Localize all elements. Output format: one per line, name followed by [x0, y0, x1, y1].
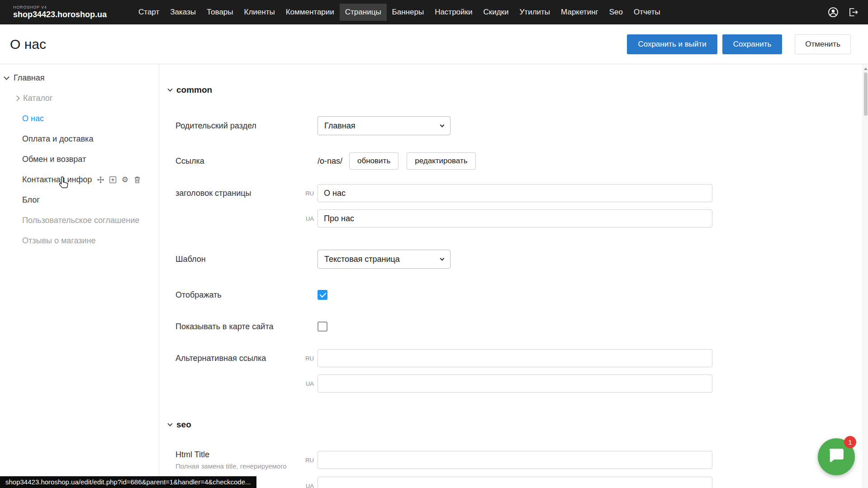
add-page-icon[interactable]: [109, 176, 117, 184]
field-parent-section: Родительский раздел Главная: [175, 116, 451, 135]
top-menu: Старт Заказы Товары Клиенты Комментарии …: [133, 4, 666, 21]
logout-icon[interactable]: [847, 6, 859, 18]
section-common[interactable]: common: [168, 84, 212, 96]
tree-item-actions: ⚙: [96, 176, 141, 184]
page-header: О нас Сохранить и выйти Сохранить Отмени…: [0, 24, 868, 64]
gear-icon[interactable]: ⚙: [121, 176, 129, 184]
section-seo-label: seo: [176, 420, 191, 430]
link-path: /o-nas/: [318, 156, 342, 166]
trash-icon[interactable]: [133, 176, 141, 184]
field-link: Ссылка /o-nas/ обновить редактировать: [175, 152, 484, 171]
lang-ru-label: RU: [302, 457, 314, 464]
field-label: Шаблон: [175, 255, 318, 264]
parent-section-value: Главная: [324, 121, 356, 131]
field-label: Родительский раздел: [175, 121, 318, 131]
tree-item-label: Отзывы о магазине: [22, 236, 96, 246]
page-title-ru-input[interactable]: [318, 184, 712, 202]
template-value: Текстовая страница: [324, 255, 400, 264]
lang-ua-label: UA: [302, 483, 314, 488]
menu-item-orders[interactable]: Заказы: [165, 4, 201, 21]
lang-ru-label: RU: [302, 190, 314, 197]
alt-link-ua-input[interactable]: [318, 374, 712, 393]
tree-item-label: Оплата и доставка: [22, 134, 93, 144]
tree-item-o-nas[interactable]: О нас: [0, 109, 159, 129]
parent-section-select[interactable]: Главная: [318, 116, 451, 135]
account-icon[interactable]: [827, 6, 839, 18]
tree-item-label: Каталог: [23, 94, 52, 103]
save-button[interactable]: Сохранить: [722, 34, 782, 54]
field-sitemap: Показывать в карте сайта: [175, 317, 327, 336]
edit-link-button[interactable]: редактировать: [407, 152, 475, 170]
html-title-ru-input[interactable]: [318, 451, 712, 469]
html-title-label: Html Title: [175, 450, 302, 460]
status-url: shop34423.horoshop.ua/edit/edit.php?id=6…: [0, 476, 256, 488]
scrollbar-thumb[interactable]: [864, 72, 868, 116]
refresh-link-button[interactable]: обновить: [349, 152, 398, 170]
menu-item-marketing[interactable]: Маркетинг: [555, 4, 604, 21]
tree-item-label: О нас: [22, 114, 44, 123]
scroll-up-arrow-icon[interactable]: [864, 67, 868, 70]
chevron-down-icon: [167, 86, 172, 91]
logo[interactable]: HOROSHOP V4 shop34423.horoshop.ua: [13, 5, 107, 19]
field-label: Ссылка: [175, 156, 318, 166]
tree-item-label: Главная: [14, 73, 45, 83]
topbar-icons: [827, 6, 859, 18]
chat-unread-badge: 1: [844, 436, 856, 448]
page-title-ua-input[interactable]: [318, 209, 712, 227]
cancel-button[interactable]: Отменить: [795, 34, 851, 54]
page-edit-form: common Родительский раздел Главная Ссылк…: [160, 64, 863, 488]
chevron-down-icon: [167, 421, 172, 426]
lang-ua-label: UA: [302, 380, 314, 387]
field-label: Показывать в карте сайта: [175, 322, 318, 332]
lang-ru-label: RU: [302, 355, 314, 362]
field-html-title-ru: Html Title Полная замена title, генериру…: [175, 450, 712, 469]
tree-item-label: Обмен и возврат: [22, 155, 86, 164]
template-select[interactable]: Текстовая страница: [318, 250, 451, 269]
tree-item-glavnaya[interactable]: Главная: [0, 68, 159, 88]
menu-item-settings[interactable]: Настройки: [429, 4, 478, 21]
chat-launcher[interactable]: 1: [818, 438, 855, 475]
html-title-ua-input[interactable]: [318, 477, 712, 488]
field-label: Html Title Полная замена title, генериру…: [175, 450, 302, 470]
menu-item-pages[interactable]: Страницы: [340, 4, 387, 21]
tree-item-label: Блог: [22, 195, 40, 205]
field-label: Альтернативная ссылка: [175, 354, 302, 363]
tree-item-soglashenie[interactable]: Пользовательское соглашение: [0, 210, 159, 231]
display-checkbox[interactable]: [318, 290, 327, 300]
menu-item-products[interactable]: Товары: [201, 4, 238, 21]
chevron-down-icon: [440, 256, 445, 261]
menu-item-clients[interactable]: Клиенты: [239, 4, 280, 21]
save-and-exit-button[interactable]: Сохранить и выйти: [627, 34, 717, 54]
alt-link-ru-input[interactable]: [318, 349, 712, 367]
tree-item-blog[interactable]: Блог: [0, 190, 159, 210]
menu-item-seo[interactable]: Seo: [604, 4, 628, 21]
tree-item-obmen[interactable]: Обмен и возврат: [0, 149, 159, 170]
menu-item-reports[interactable]: Отчеты: [628, 4, 666, 21]
html-title-hint: Полная замена title, генерируемого: [175, 462, 302, 470]
tree-item-otzyvy[interactable]: Отзывы о магазине: [0, 231, 159, 251]
scrollbar[interactable]: [863, 64, 868, 488]
field-label: Отображать: [175, 290, 318, 300]
page-title: О нас: [10, 37, 46, 52]
field-alt-link-ua: UA: [175, 374, 712, 393]
menu-item-discounts[interactable]: Скидки: [478, 4, 514, 21]
section-common-label: common: [176, 85, 212, 95]
header-buttons: Сохранить и выйти Сохранить Отменить: [627, 34, 851, 54]
sitemap-checkbox[interactable]: [318, 322, 327, 332]
chevron-right-icon[interactable]: [14, 95, 20, 101]
menu-item-comments[interactable]: Комментарии: [280, 4, 340, 21]
tree-item-label: Пользовательское соглашение: [22, 216, 139, 225]
section-seo[interactable]: seo: [168, 419, 191, 431]
menu-item-utilities[interactable]: Утилиты: [514, 4, 556, 21]
tree-item-kontaktnaya[interactable]: Контактная инфор ⚙: [0, 170, 159, 190]
chat-bubble-icon: [828, 447, 845, 466]
topbar: HOROSHOP V4 shop34423.horoshop.ua Старт …: [0, 0, 868, 24]
logo-domain: shop34423.horoshop.ua: [13, 10, 107, 19]
tree-item-oplata[interactable]: Оплата и доставка: [0, 129, 159, 149]
menu-item-start[interactable]: Старт: [133, 4, 165, 21]
tree-item-katalog[interactable]: Каталог: [0, 88, 159, 109]
field-template: Шаблон Текстовая страница: [175, 250, 451, 269]
chevron-down-icon[interactable]: [4, 74, 9, 80]
menu-item-banners[interactable]: Баннеры: [387, 4, 430, 21]
move-icon[interactable]: [96, 176, 104, 184]
